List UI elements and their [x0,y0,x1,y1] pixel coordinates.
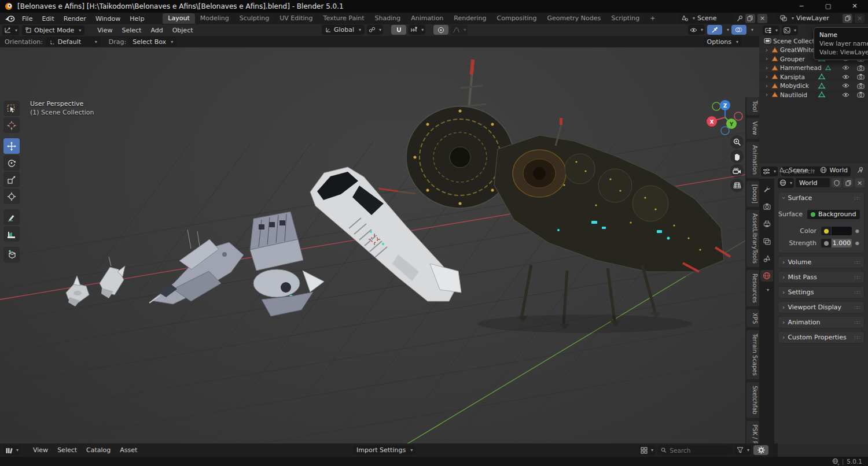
spaceship-small-1[interactable] [66,276,89,306]
workspace-tab-scripting[interactable]: Scripting [606,13,645,24]
transform-orientation-selector[interactable]: Global ▾ [322,25,365,35]
viewport-display-panel[interactable]: › Viewport Display ∷∷ [778,301,865,313]
panel-grip[interactable]: ∷∷ [855,290,860,295]
volume-panel[interactable]: › Volume ∷∷ [778,256,865,268]
hide-viewport-icon[interactable] [842,65,849,71]
add-cube-tool[interactable] [3,247,20,262]
strength-keyframe-dot[interactable]: ● [855,241,859,246]
options-dropdown[interactable]: Options ▾ [704,37,742,47]
side-tab-tool[interactable]: Tool [746,97,759,115]
side-tab-assetlibrarytools[interactable]: AssetLibraryTools [746,210,759,267]
fake-user-button[interactable] [832,178,841,187]
world-name-field[interactable]: World [796,178,830,187]
maximize-button[interactable]: ▢ [815,0,841,13]
rotate-tool[interactable] [3,155,20,171]
surface-panel-header[interactable]: › Surface ∷∷ [778,193,864,204]
gizmos-toggle[interactable] [707,25,722,35]
import-settings-dropdown[interactable]: Import Settings ▾ [353,445,416,455]
menu-render[interactable]: Render [59,15,91,23]
side-tab-animation[interactable]: Animation [746,142,759,178]
mist-pass-panel[interactable]: › Mist Pass ∷∷ [778,271,865,283]
unlink-world-button[interactable]: × [855,178,865,187]
filter-selector[interactable]: ▾ [735,445,751,455]
gizmos-dropdown[interactable]: ▾ [727,27,729,32]
breadcrumb-world[interactable]: World [830,167,848,174]
menu-file[interactable]: File [17,15,37,23]
measure-tool[interactable] [3,226,20,242]
minimize-button[interactable]: ─ [788,0,815,13]
proportional-falloff-selector[interactable]: ▾ [451,25,468,35]
workspace-tab-texture-paint[interactable]: Texture Paint [318,13,370,24]
asset-menu-view[interactable]: View [28,446,53,454]
spaceship-freighter[interactable] [250,212,324,316]
panel-grip[interactable]: ∷∷ [855,275,860,280]
show-object-types-selector[interactable]: ▾ [688,25,705,35]
close-button[interactable]: ✕ [841,0,868,13]
gizmo-axis-neg-x[interactable] [734,112,742,120]
panel-grip[interactable]: ∷∷ [855,260,860,265]
workspace-tab-sculpting[interactable]: Sculpting [234,13,274,24]
outliner-display-mode-selector[interactable]: ▾ [763,25,779,35]
pivot-point-selector[interactable]: ▾ [367,25,383,35]
workspace-tab-geometry-nodes[interactable]: Geometry Nodes [542,13,606,24]
toggle-orthographic-button[interactable] [730,179,744,192]
color-keyframe-dot[interactable]: ● [855,228,859,234]
navigation-gizmo[interactable]: Z X Y [704,99,746,141]
custom-properties-panel[interactable]: › Custom Properties ∷∷ [778,331,865,343]
side-tab-sketchfab[interactable]: Sketchfab [746,382,759,418]
tab-scene[interactable] [760,253,773,264]
viewport-menu-view[interactable]: View [93,27,117,34]
spaceship-small-2[interactable] [100,257,125,298]
overlays-dropdown[interactable]: ▾ [751,27,753,32]
asset-search[interactable] [657,445,733,455]
asset-menu-catalog[interactable]: Catalog [82,446,115,454]
disable-render-icon[interactable] [857,73,865,80]
asset-editor-type-selector[interactable]: ▾ [3,445,20,455]
gizmo-axis-neg-y[interactable] [712,102,720,110]
spaceship-dark-mothership[interactable] [406,60,730,333]
workspace-tab-layout[interactable]: Layout [163,13,194,24]
view-layer-selector[interactable]: ▾ ViewLayer [777,13,840,23]
transform-tool[interactable] [3,188,20,204]
tab-tool[interactable] [760,183,773,195]
tab-output[interactable] [760,218,773,230]
tab-view-layer[interactable] [760,235,773,247]
proportional-editing-toggle[interactable] [433,25,448,35]
hide-viewport-icon[interactable] [842,74,849,80]
side-tab-xps[interactable]: XPS [746,309,759,327]
surface-shader-button[interactable]: Background [807,210,860,219]
pin-icon[interactable] [737,15,743,22]
properties-tabs-more[interactable]: ▾ [767,287,769,293]
disable-render-icon[interactable] [857,65,865,71]
asset-menu-asset[interactable]: Asset [115,446,142,454]
asset-settings-button[interactable] [753,445,768,455]
workspace-tab-compositing[interactable]: Compositing [492,13,542,24]
world-browse-button[interactable]: ▾ [778,178,794,188]
cursor-tool[interactable] [3,117,20,133]
outliner-row-object[interactable]: › Karsipta [759,72,868,82]
new-world-button[interactable] [843,178,853,187]
copy-view-layer-button[interactable] [843,14,852,23]
mode-selector[interactable]: Object Mode ▾ [22,25,84,35]
delete-view-layer-button[interactable]: × [855,14,865,23]
outliner-row-object[interactable]: › Nautiloid [759,90,868,99]
menu-window[interactable]: Window [91,15,125,23]
add-workspace-button[interactable]: + [645,13,660,24]
settings-panel[interactable]: › Settings ∷∷ [778,286,865,298]
viewport-menu-add[interactable]: Add [146,27,167,34]
side-tab-view[interactable]: View [746,118,759,139]
viewport-3d-canvas[interactable] [0,47,759,443]
side-tab-resources[interactable]: Resources [746,270,759,306]
annotate-tool[interactable] [3,209,20,225]
copy-scene-button[interactable] [745,14,755,23]
panel-grip[interactable]: ∷∷ [855,195,860,201]
snap-toggle[interactable] [391,25,406,35]
orientation-dropdown[interactable]: Default ▾ [46,37,101,47]
asset-search-input[interactable] [668,446,729,454]
viewport-menu-select[interactable]: Select [117,27,146,34]
tab-render[interactable] [760,201,773,212]
select-box-tool[interactable] [3,101,20,116]
color-swatch[interactable] [832,227,852,235]
scale-tool[interactable] [3,172,20,187]
outliner-row-object[interactable]: › Mobydick [759,82,868,91]
